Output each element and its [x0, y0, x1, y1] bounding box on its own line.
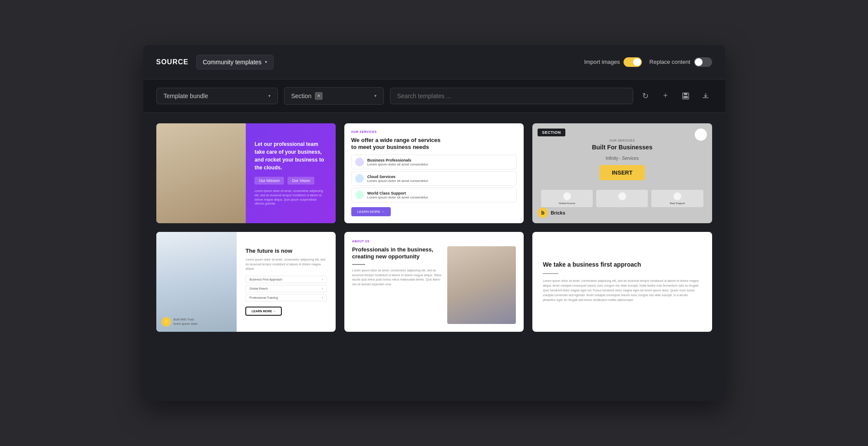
- import-images-toggle-group: Import images: [584, 57, 641, 67]
- grid-item-2: [596, 190, 648, 207]
- source-dropdown-text: Community templates: [203, 59, 261, 66]
- card-2-inner: OUR SERVICES We offer a wide range of se…: [344, 123, 524, 223]
- section-badge: SECTION: [538, 129, 565, 136]
- trust-icon: ⭐: [162, 317, 171, 327]
- refresh-button[interactable]: ↻: [639, 89, 652, 102]
- replace-content-label: Replace content: [650, 59, 690, 65]
- card-4-btn-text: LEARN MORE →: [251, 310, 276, 313]
- list-item-2: Global Reach ›: [245, 285, 327, 292]
- card-3-subtitle: OUR SERVICES: [609, 139, 635, 142]
- list-item-1-text: Business First Approach: [249, 278, 282, 281]
- search-bar[interactable]: [390, 88, 633, 104]
- card-4-lorem: Lorem ipsum dolor sit amet, consectetur …: [245, 258, 327, 271]
- bundle-placeholder: Template bundle: [164, 93, 208, 99]
- template-card-services[interactable]: OUR SERVICES We offer a wide range of se…: [344, 123, 524, 223]
- grid-item-1: Global Access: [541, 190, 593, 207]
- bricks-logo: b: [538, 208, 548, 218]
- list-item-3: Professional Training ›: [245, 294, 327, 301]
- template-card-infinity-services[interactable]: SECTION 👁 OUR SERVICES Built For Busines…: [532, 123, 712, 223]
- card-2-learn-more-btn[interactable]: LEARN MORE →: [351, 207, 391, 216]
- template-type-select[interactable]: Section ✕ ▾: [284, 87, 384, 105]
- card-1-photo: [156, 123, 255, 223]
- grid-label-1: Global Access: [544, 202, 590, 205]
- list-item: Business Professionals Lorem ipsum dolor…: [351, 155, 517, 169]
- card-2-subtitle: OUR SERVICES: [351, 130, 517, 133]
- card-5-lorem: Lorem ipsum dolor sit amet, consectetur …: [352, 268, 442, 287]
- grid-icon-2: [618, 192, 626, 200]
- download-button[interactable]: [699, 89, 712, 102]
- save-button[interactable]: [679, 89, 692, 102]
- search-input[interactable]: [397, 93, 626, 99]
- card-4-content: The future is now Lorem ipsum dolor sit …: [237, 232, 335, 332]
- card-5-left: Professionals in the business, creating …: [352, 246, 442, 324]
- chevron-right-icon: ›: [322, 278, 323, 281]
- card-3-grid: Global Access Real Support: [541, 190, 703, 207]
- card-2-btn-text: LEARN MORE →: [357, 210, 385, 214]
- item-desc-1: Lorem ipsum dolor sit amet consectetur: [367, 162, 428, 166]
- bundle-chevron-icon: ▾: [268, 93, 271, 98]
- template-card-business-first[interactable]: We take a business first approach Lorem …: [532, 232, 712, 332]
- filters-bar: Template bundle ▾ Section ✕ ▾ ↻ +: [143, 79, 725, 113]
- card-2-items: Business Professionals Lorem ipsum dolor…: [351, 155, 517, 203]
- card-4-list: Business First Approach › Global Reach ›…: [245, 276, 327, 301]
- card-1-btn-vision[interactable]: Our Vision: [287, 177, 314, 185]
- template-card-professionals[interactable]: ABOUT US Professionals in the business, …: [344, 232, 524, 332]
- replace-content-toggle[interactable]: [694, 57, 712, 67]
- toggle-knob: [633, 58, 641, 66]
- card-1-btn-mission[interactable]: Our Mission: [254, 177, 284, 185]
- card-1-content: Let our professional team take care of y…: [246, 123, 336, 223]
- trust-primary: Built With Trust: [174, 317, 198, 321]
- svg-rect-2: [683, 96, 688, 98]
- grid-label-3: Real Support: [654, 202, 700, 205]
- svg-rect-1: [684, 93, 687, 95]
- card-5-photo: [447, 246, 516, 324]
- card-5-tag: ABOUT US: [352, 240, 516, 243]
- card-5-content: Professionals in the business, creating …: [352, 246, 516, 324]
- source-dropdown[interactable]: Community templates ▾: [196, 55, 274, 69]
- template-bundle-select[interactable]: Template bundle ▾: [156, 88, 278, 104]
- add-button[interactable]: +: [659, 89, 672, 102]
- service-icon-2: [355, 174, 364, 183]
- chevron-right-icon: ›: [322, 287, 323, 290]
- card-6-divider: [543, 273, 558, 274]
- preview-eye-button[interactable]: 👁: [695, 129, 707, 141]
- type-chevron-icon: ▾: [374, 93, 376, 98]
- card-6-lorem: Lorem ipsum dolor sit amet, consectetur …: [543, 278, 701, 303]
- item-title-1: Business Professionals: [367, 158, 428, 162]
- card-3-brand-name: Infinity - Services: [606, 156, 639, 161]
- modal-header: SOURCE Community templates ▾ Import imag…: [143, 45, 725, 79]
- clear-type-button[interactable]: ✕: [315, 92, 323, 100]
- service-icon-1: [355, 158, 364, 166]
- header-right: Import images Replace content: [584, 57, 712, 67]
- type-value: Section: [291, 93, 312, 99]
- import-images-label: Import images: [584, 59, 620, 65]
- chevron-down-icon: ▾: [265, 59, 267, 64]
- grid-icon-1: [563, 192, 571, 200]
- service-icon-3: [355, 191, 364, 199]
- card-4-title: The future is now: [245, 248, 327, 254]
- item-title-3: World Class Support: [367, 191, 428, 195]
- replace-content-toggle-group: Replace content: [650, 57, 712, 67]
- grid-item-3: Real Support: [651, 190, 703, 207]
- list-item: World Class Support Lorem ipsum dolor si…: [351, 188, 517, 202]
- insert-button[interactable]: INSERT: [600, 165, 645, 180]
- template-card-purple-hero[interactable]: Let our professional team take care of y…: [156, 123, 336, 223]
- card-4-learn-more-btn[interactable]: LEARN MORE →: [245, 307, 282, 316]
- import-images-toggle[interactable]: [624, 57, 642, 67]
- toggle-knob-2: [695, 58, 703, 66]
- trust-sub: lorem ipsum dolor: [174, 322, 198, 326]
- card-1-heading: Let our professional team take care of y…: [254, 140, 327, 172]
- bricks-brand-label: Bricks: [551, 210, 565, 215]
- list-item-1: Business First Approach ›: [245, 276, 327, 283]
- card-1-lorem: Lorem ipsum dolor sit amet, consectetur …: [254, 189, 327, 206]
- item-title-2: Cloud Services: [367, 175, 428, 179]
- card-2-title: We offer a wide range of services to mee…: [351, 137, 442, 152]
- card-1-buttons: Our Mission Our Vision: [254, 177, 327, 185]
- item-desc-2: Lorem ipsum dolor sit amet consectetur: [367, 179, 428, 183]
- templates-grid: Let our professional team take care of y…: [143, 113, 725, 342]
- list-item-3-text: Professional Training: [249, 296, 277, 299]
- item-desc-3: Lorem ipsum dolor sit amet consectetur: [367, 195, 428, 199]
- toolbar-actions: ↻ +: [639, 89, 712, 102]
- template-card-future[interactable]: The future is now Lorem ipsum dolor sit …: [156, 232, 336, 332]
- source-label: SOURCE: [156, 58, 188, 66]
